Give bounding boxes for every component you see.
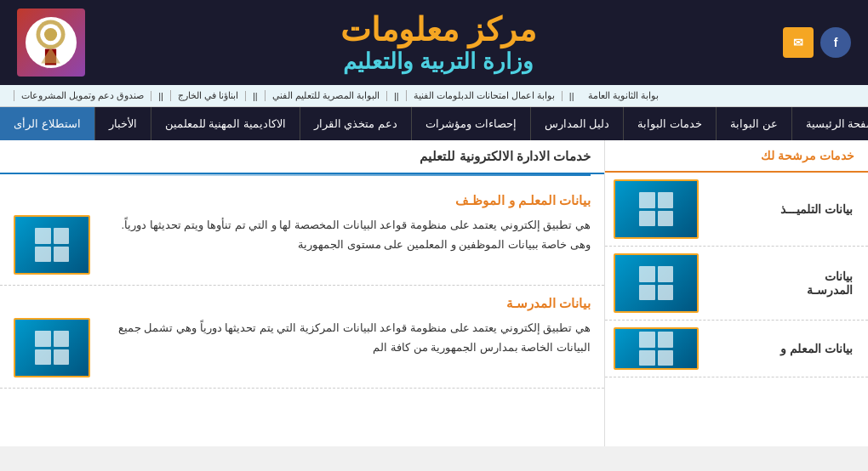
- nav-home[interactable]: الصفحة الرئيسية: [791, 107, 868, 140]
- service-thumb-1[interactable]: [14, 318, 90, 377]
- service-content-1: هي تطبيق إلكتروني يعتمد على منظومة قواعد…: [14, 318, 591, 377]
- top-link-separator4: ||: [151, 91, 170, 101]
- sidebar-item-0[interactable]: بيانات التلميـــذ: [605, 173, 868, 247]
- nav-about[interactable]: عن البوابة: [716, 107, 791, 140]
- logo-inner: مصر: [26, 17, 77, 68]
- top-link-4[interactable]: صندوق دعم وتمويل المشروعات: [14, 90, 151, 101]
- win-tile-5: [639, 266, 655, 282]
- sidebar-header: خدمات مرشحة لك: [605, 140, 868, 173]
- top-link-2[interactable]: البوابة المصرية للتعليم الفني: [265, 90, 386, 101]
- service-section-0: بيانات المعلـم و الموظـف هي تطبيق إلكترو…: [0, 183, 604, 286]
- main-title: مركز معلومات: [94, 11, 783, 48]
- ministry-logo: مصر: [17, 9, 94, 77]
- top-link-separator: ||: [562, 91, 581, 101]
- main-divider: [14, 174, 591, 176]
- sidebar: خدمات مرشحة لك بيانات التلميـــذ بيانات …: [604, 140, 868, 446]
- top-link-0[interactable]: بوابة الثانوية العامة: [581, 90, 665, 101]
- service-thumb-0[interactable]: [14, 215, 90, 275]
- s-win-tile-5: [35, 331, 51, 347]
- s-win-tile-7: [35, 349, 51, 366]
- content-wrapper: خدمات مرشحة لك بيانات التلميـــذ بيانات …: [0, 140, 868, 446]
- svg-marker-4: [41, 47, 60, 63]
- service-win-icon-1: [35, 331, 69, 365]
- windows-icon-2: [639, 332, 673, 366]
- nav-schools[interactable]: دليل المدارس: [530, 107, 624, 140]
- sidebar-item-label-0: بيانات التلميـــذ: [699, 202, 859, 216]
- facebook-icon[interactable]: f: [820, 27, 851, 58]
- nav-survey[interactable]: استطلاع الرأى: [0, 107, 94, 140]
- sidebar-item-1[interactable]: بيانات المدرسـة: [605, 247, 868, 321]
- win-tile-4: [658, 266, 674, 282]
- windows-icon-0: [639, 192, 673, 226]
- site-title: مركز معلومات وزارة التربية والتعليم: [94, 11, 783, 75]
- nav-portal-services[interactable]: خدمات البوابة: [623, 107, 716, 140]
- top-link-1[interactable]: بوابة اعمال امتحانات الدبلومات الفنية: [406, 90, 562, 101]
- s-win-tile-6: [54, 349, 70, 366]
- nav-academy[interactable]: الاكاديمية المهنية للمعلمين: [151, 107, 300, 140]
- win-tile-10: [658, 350, 674, 366]
- sidebar-thumb-0: [614, 179, 699, 239]
- s-win-tile-3: [35, 247, 51, 263]
- top-link-separator3: ||: [245, 91, 265, 101]
- win-tile-2: [658, 211, 674, 227]
- main-content: خدمات الادارة الالكترونية للتعليم بيانات…: [0, 140, 604, 446]
- sidebar-thumb-1: [614, 253, 699, 313]
- service-text-1: هي تطبيق إلكتروني يعتمد على منظومة قواعد…: [100, 318, 591, 358]
- mail-icon[interactable]: ✉: [783, 27, 814, 58]
- win-tile-9: [639, 332, 655, 348]
- windows-icon-1: [639, 266, 673, 300]
- win-tile-11: [639, 350, 655, 366]
- s-win-tile-0: [54, 228, 70, 244]
- service-win-icon-0: [35, 228, 69, 262]
- win-tile-6: [658, 285, 674, 301]
- s-win-tile-1: [35, 228, 51, 244]
- main-nav: الصفحة الرئيسية عن البوابة خدمات البوابة…: [0, 107, 868, 140]
- nav-decision[interactable]: دعم متخذي القرار: [300, 107, 411, 140]
- sidebar-thumb-2: [614, 327, 699, 370]
- win-tile-1: [639, 192, 655, 208]
- s-win-tile-2: [54, 247, 70, 263]
- svg-point-2: [44, 28, 57, 41]
- win-tile-3: [639, 211, 655, 227]
- win-tile-0: [658, 192, 674, 208]
- win-tile-7: [639, 285, 655, 301]
- top-link-3[interactable]: ابناؤنا في الخارج: [170, 90, 245, 101]
- sidebar-item-2[interactable]: بيانات المعلم و: [605, 321, 868, 377]
- s-win-tile-4: [54, 331, 70, 347]
- sidebar-item-label-2: بيانات المعلم و: [699, 342, 859, 355]
- top-link-separator2: ||: [386, 91, 406, 101]
- win-tile-8: [658, 332, 674, 348]
- logo-box: مصر: [17, 9, 85, 77]
- service-title-1: بيانات المدرسـة: [14, 296, 591, 311]
- nav-stats[interactable]: إحصاءات ومؤشرات: [411, 107, 530, 140]
- service-text-0: هي تطبيق إلكتروني يعتمد على منظومة قواعد…: [100, 215, 591, 255]
- svg-text:مصر: مصر: [46, 64, 55, 69]
- sidebar-item-label-1: بيانات المدرسـة: [699, 270, 859, 297]
- service-content-0: هي تطبيق إلكتروني يعتمد على منظومة قواعد…: [14, 215, 591, 275]
- sub-title: وزارة التربية والتعليم: [94, 48, 783, 75]
- top-links-bar: بوابة الثانوية العامة || بوابة اعمال امت…: [0, 85, 868, 107]
- main-section-header: خدمات الادارة الالكترونية للتعليم: [0, 140, 604, 174]
- service-title-0: بيانات المعلـم و الموظـف: [14, 193, 591, 208]
- page-header: f ✉ مركز معلومات وزارة التربية والتعليم …: [0, 0, 868, 85]
- nav-news[interactable]: الأخبار: [94, 107, 151, 140]
- social-links: f ✉: [783, 27, 851, 58]
- service-section-1: بيانات المدرسـة هي تطبيق إلكتروني يعتمد …: [0, 286, 604, 389]
